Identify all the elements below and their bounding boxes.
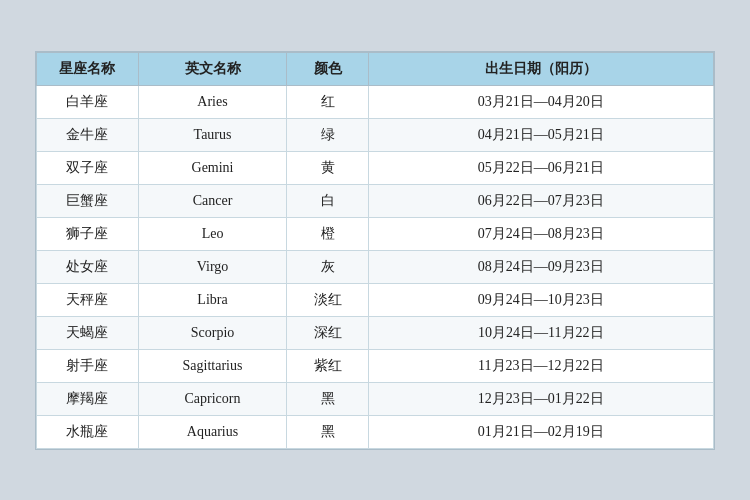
table-row: 射手座Sagittarius紫红11月23日—12月22日 [37, 349, 714, 382]
cell-chinese: 双子座 [37, 151, 139, 184]
cell-english: Aquarius [138, 415, 287, 448]
table-row: 摩羯座Capricorn黑12月23日—01月22日 [37, 382, 714, 415]
cell-color: 紫红 [287, 349, 368, 382]
table-row: 处女座Virgo灰08月24日—09月23日 [37, 250, 714, 283]
cell-date: 11月23日—12月22日 [368, 349, 713, 382]
header-date: 出生日期（阳历） [368, 52, 713, 85]
cell-color: 红 [287, 85, 368, 118]
cell-english: Cancer [138, 184, 287, 217]
cell-color: 黑 [287, 415, 368, 448]
cell-color: 绿 [287, 118, 368, 151]
zodiac-table-container: 星座名称 英文名称 颜色 出生日期（阳历） 白羊座Aries红03月21日—04… [35, 51, 715, 450]
cell-english: Virgo [138, 250, 287, 283]
cell-chinese: 狮子座 [37, 217, 139, 250]
cell-date: 05月22日—06月21日 [368, 151, 713, 184]
cell-chinese: 天蝎座 [37, 316, 139, 349]
cell-color: 橙 [287, 217, 368, 250]
header-chinese: 星座名称 [37, 52, 139, 85]
cell-date: 08月24日—09月23日 [368, 250, 713, 283]
cell-date: 03月21日—04月20日 [368, 85, 713, 118]
cell-english: Gemini [138, 151, 287, 184]
cell-date: 10月24日—11月22日 [368, 316, 713, 349]
cell-color: 淡红 [287, 283, 368, 316]
cell-date: 06月22日—07月23日 [368, 184, 713, 217]
cell-color: 灰 [287, 250, 368, 283]
cell-chinese: 金牛座 [37, 118, 139, 151]
cell-english: Sagittarius [138, 349, 287, 382]
table-row: 天秤座Libra淡红09月24日—10月23日 [37, 283, 714, 316]
cell-date: 09月24日—10月23日 [368, 283, 713, 316]
table-row: 巨蟹座Cancer白06月22日—07月23日 [37, 184, 714, 217]
cell-english: Capricorn [138, 382, 287, 415]
table-header-row: 星座名称 英文名称 颜色 出生日期（阳历） [37, 52, 714, 85]
cell-chinese: 处女座 [37, 250, 139, 283]
cell-color: 白 [287, 184, 368, 217]
cell-english: Leo [138, 217, 287, 250]
cell-chinese: 射手座 [37, 349, 139, 382]
cell-color: 深红 [287, 316, 368, 349]
table-row: 白羊座Aries红03月21日—04月20日 [37, 85, 714, 118]
cell-date: 12月23日—01月22日 [368, 382, 713, 415]
cell-date: 04月21日—05月21日 [368, 118, 713, 151]
header-english: 英文名称 [138, 52, 287, 85]
table-row: 天蝎座Scorpio深红10月24日—11月22日 [37, 316, 714, 349]
table-row: 水瓶座Aquarius黑01月21日—02月19日 [37, 415, 714, 448]
table-row: 双子座Gemini黄05月22日—06月21日 [37, 151, 714, 184]
cell-chinese: 摩羯座 [37, 382, 139, 415]
cell-english: Scorpio [138, 316, 287, 349]
cell-date: 01月21日—02月19日 [368, 415, 713, 448]
cell-chinese: 白羊座 [37, 85, 139, 118]
cell-chinese: 水瓶座 [37, 415, 139, 448]
header-color: 颜色 [287, 52, 368, 85]
cell-english: Aries [138, 85, 287, 118]
cell-chinese: 巨蟹座 [37, 184, 139, 217]
cell-english: Libra [138, 283, 287, 316]
table-row: 金牛座Taurus绿04月21日—05月21日 [37, 118, 714, 151]
cell-english: Taurus [138, 118, 287, 151]
table-row: 狮子座Leo橙07月24日—08月23日 [37, 217, 714, 250]
cell-color: 黄 [287, 151, 368, 184]
cell-color: 黑 [287, 382, 368, 415]
cell-date: 07月24日—08月23日 [368, 217, 713, 250]
zodiac-table: 星座名称 英文名称 颜色 出生日期（阳历） 白羊座Aries红03月21日—04… [36, 52, 714, 449]
cell-chinese: 天秤座 [37, 283, 139, 316]
